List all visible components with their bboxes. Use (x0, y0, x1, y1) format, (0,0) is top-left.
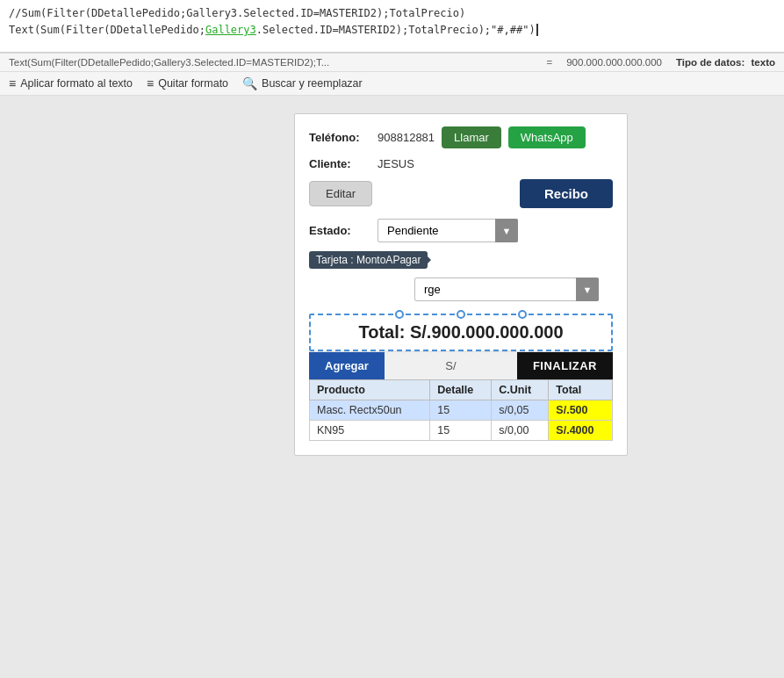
handle-left (395, 310, 404, 319)
cliente-row: Cliente: JESUS (309, 157, 613, 170)
total-section: Total: S/.900.000.000.000 Agregar S/ FIN… (309, 314, 613, 379)
total-bar: Total: S/.900.000.000.000 (309, 314, 613, 351)
order-card: Teléfono: 908812881 Llamar WhatsApp Clie… (294, 113, 628, 456)
col-total: Total (549, 380, 613, 400)
format-icon: ≡ (9, 76, 16, 90)
sl-label: S/ (385, 359, 517, 372)
llamar-button[interactable]: Llamar (442, 126, 501, 148)
col-producto: Producto (310, 380, 430, 400)
table-header-row: Producto Detalle C.Unit Total (310, 380, 613, 400)
whatsapp-button[interactable]: WhatsApp (508, 126, 586, 148)
table-row[interactable]: Masc. Rectx50un15s/0,05S/.500 (310, 400, 613, 421)
bottom-bar: Agregar S/ FINALIZAR (309, 351, 613, 379)
phone-row: Teléfono: 908812881 Llamar WhatsApp (309, 126, 613, 148)
estado-select[interactable]: Pendiente (378, 219, 518, 242)
cliente-label: Cliente: (309, 157, 370, 170)
formula-line1: //Sum(Filter(DDetallePedido;Gallery3.Sel… (9, 5, 775, 22)
col-detalle: Detalle (430, 380, 492, 400)
remove-format-icon: ≡ (147, 76, 154, 90)
status-type-label: Tipo de datos: texto (676, 57, 775, 68)
action-row: Editar Recibo (309, 179, 613, 208)
handle-center (457, 310, 465, 319)
cell-detalle: 15 (430, 421, 492, 441)
order-table: Producto Detalle C.Unit Total Masc. Rect… (309, 379, 613, 441)
formula-line2: Text(Sum(Filter(DDetallePedido;Gallery3.… (9, 22, 775, 39)
col-cunit: C.Unit (492, 380, 549, 400)
estado-label: Estado: (309, 224, 370, 237)
cell-producto: KN95 (310, 421, 430, 441)
estado-select-wrapper: Pendiente ▼ (378, 219, 518, 242)
charge-row: Tarjeta : MontoAPagar ▼ (309, 251, 613, 301)
phone-value: 908812881 (378, 131, 435, 144)
cell-total: S/.4000 (549, 421, 613, 441)
charge-input[interactable] (414, 278, 599, 301)
status-equals: = (547, 57, 553, 68)
formula-area: //Sum(Filter(DDetallePedido;Gallery3.Sel… (0, 0, 784, 53)
recibo-button[interactable]: Recibo (520, 179, 613, 208)
toolbar: ≡ Aplicar formato al texto ≡ Quitar form… (0, 72, 784, 96)
handle-right (518, 310, 527, 319)
charge-select-wrapper: ▼ (414, 278, 599, 301)
cell-producto: Masc. Rectx50un (310, 400, 430, 421)
finalizar-button[interactable]: FINALIZAR (517, 352, 613, 379)
estado-row: Estado: Pendiente ▼ (309, 219, 613, 242)
tooltip-badge: Tarjeta : MontoAPagar (309, 251, 428, 269)
cliente-value: JESUS (378, 157, 414, 170)
formula-gallery-highlight: Gallery3 (205, 24, 256, 36)
apply-format-button[interactable]: ≡ Aplicar formato al texto (9, 76, 133, 90)
cell-total: S/.500 (549, 400, 613, 421)
status-bar: Text(Sum(Filter(DDetallePedido;Gallery3.… (0, 53, 784, 72)
cell-detalle: 15 (430, 400, 492, 421)
main-content: Teléfono: 908812881 Llamar WhatsApp Clie… (0, 96, 784, 473)
search-icon: 🔍 (242, 76, 257, 90)
editar-button[interactable]: Editar (309, 181, 372, 206)
cell-cunit: s/0,00 (492, 421, 549, 441)
table-row[interactable]: KN9515s/0,00S/.4000 (310, 421, 613, 441)
cell-cunit: s/0,05 (492, 400, 549, 421)
total-text: Total: S/.900.000.000.000 (358, 322, 563, 342)
status-formula-text: Text(Sum(Filter(DDetallePedido;Gallery3.… (9, 57, 533, 68)
phone-label: Teléfono: (309, 131, 370, 144)
remove-format-button[interactable]: ≡ Quitar formato (147, 76, 228, 90)
status-result-value: 900.000.000.000.000 (566, 57, 662, 68)
total-handles (395, 310, 527, 319)
search-replace-button[interactable]: 🔍 Buscar y reemplazar (242, 76, 363, 90)
agregar-button[interactable]: Agregar (309, 352, 385, 379)
